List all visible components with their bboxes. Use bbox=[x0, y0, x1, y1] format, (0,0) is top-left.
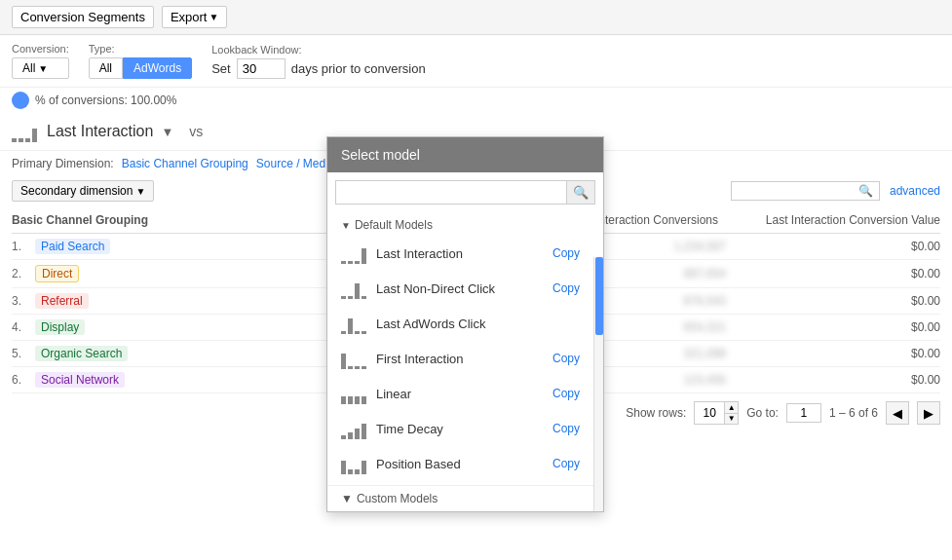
social-network-tag[interactable]: Social Network bbox=[35, 372, 125, 388]
vs-label: vs bbox=[189, 124, 203, 139]
display-tag[interactable]: Display bbox=[35, 319, 85, 335]
rows-stepper-down[interactable]: ▼ bbox=[724, 413, 738, 424]
all-arrow-icon: ▼ bbox=[38, 63, 48, 74]
secondary-dimension-button[interactable]: Secondary dimension ▼ bbox=[12, 180, 154, 202]
model-search-button[interactable]: 🔍 bbox=[566, 181, 594, 204]
copy-position-based-link[interactable]: Copy bbox=[552, 457, 580, 470]
prev-page-button[interactable]: ◀ bbox=[886, 401, 909, 425]
model-item-first-interaction[interactable]: First Interaction Copy bbox=[327, 341, 593, 376]
linear-model-icon bbox=[341, 383, 368, 404]
export-arrow-icon: ▼ bbox=[209, 12, 218, 22]
model-item-last-adwords[interactable]: Last AdWords Click bbox=[327, 306, 593, 341]
default-models-triangle: ▼ bbox=[341, 220, 351, 231]
set-text: Set bbox=[211, 61, 231, 76]
last-interaction-icon bbox=[12, 121, 39, 142]
organic-search-tag[interactable]: Organic Search bbox=[35, 346, 128, 361]
panel-scrollbar-thumb[interactable] bbox=[595, 257, 603, 335]
pie-chart-icon bbox=[12, 92, 29, 109]
first-interaction-model-icon bbox=[341, 348, 368, 369]
panel-title: Select model bbox=[341, 147, 420, 163]
top-bar: Conversion Segments Export ▼ bbox=[0, 0, 952, 35]
go-to-input[interactable] bbox=[786, 403, 821, 423]
table-search-input[interactable] bbox=[738, 184, 855, 198]
copy-last-interaction-link[interactable]: Copy bbox=[552, 246, 580, 260]
default-models-section: ▼ Default Models bbox=[327, 212, 593, 236]
custom-models-section: ▼ Custom Models bbox=[327, 485, 593, 511]
copy-first-interaction-link[interactable]: Copy bbox=[552, 352, 580, 365]
primary-dim-label: Primary Dimension: bbox=[12, 157, 114, 170]
panel-scrollbar[interactable] bbox=[593, 257, 603, 511]
default-models-label: Default Models bbox=[355, 218, 433, 232]
model-item-last-interaction[interactable]: Last Interaction Copy bbox=[327, 236, 593, 271]
go-to-label: Go to: bbox=[746, 406, 779, 420]
basic-channel-grouping-link[interactable]: Basic Channel Grouping bbox=[122, 157, 248, 170]
model-item-position-based[interactable]: Position Based Copy bbox=[327, 446, 593, 481]
col-conv-value-header: Last Interaction Conversion Value bbox=[726, 213, 940, 227]
custom-models-label: Custom Models bbox=[357, 492, 438, 505]
type-adwords-button[interactable]: AdWords bbox=[123, 57, 192, 79]
type-label: Type: bbox=[89, 43, 192, 55]
conversion-control: Conversion: All ▼ bbox=[12, 43, 69, 79]
table-search-icon[interactable]: 🔍 bbox=[858, 184, 873, 198]
conversions-pct-row: % of conversions: 100.00% bbox=[0, 88, 952, 113]
model-item-time-decay[interactable]: Time Decay Copy bbox=[327, 411, 593, 446]
last-interaction-model-icon bbox=[341, 243, 368, 264]
secondary-dim-label: Secondary dimension bbox=[20, 184, 133, 198]
lookback-days-input[interactable] bbox=[237, 58, 286, 79]
referral-tag[interactable]: Referral bbox=[35, 293, 89, 309]
type-button-group: All AdWords bbox=[89, 57, 192, 79]
col-basic-channel-header: Basic Channel Grouping bbox=[12, 213, 226, 227]
panel-search-box: 🔍 bbox=[335, 180, 595, 205]
last-adwords-model-icon bbox=[341, 313, 368, 334]
direct-tag[interactable]: Direct bbox=[35, 265, 79, 282]
copy-linear-link[interactable]: Copy bbox=[552, 387, 580, 400]
export-button[interactable]: Export ▼ bbox=[162, 6, 227, 28]
secondary-dim-arrow-icon: ▼ bbox=[135, 186, 145, 197]
pct-text: % of conversions: 100.00% bbox=[35, 93, 176, 107]
advanced-link[interactable]: advanced bbox=[890, 184, 940, 198]
selected-model-name: Last Interaction bbox=[47, 123, 153, 140]
lookback-control: Lookback Window: Set days prior to conve… bbox=[211, 44, 426, 79]
pagination-range: 1 – 6 of 6 bbox=[829, 406, 878, 420]
panel-header: Select model bbox=[327, 137, 603, 172]
conversion-all-button[interactable]: All ▼ bbox=[12, 57, 69, 79]
type-control: Type: All AdWords bbox=[89, 43, 192, 79]
last-non-direct-model-icon bbox=[341, 278, 368, 299]
model-search-input[interactable] bbox=[336, 182, 566, 204]
lookback-label: Lookback Window: bbox=[211, 44, 426, 56]
custom-models-triangle: ▼ bbox=[341, 492, 353, 505]
position-based-model-icon bbox=[341, 453, 368, 474]
rows-stepper-up[interactable]: ▲ bbox=[724, 402, 738, 413]
copy-time-decay-link[interactable]: Copy bbox=[552, 422, 580, 435]
rows-per-page-input[interactable] bbox=[695, 404, 724, 422]
rows-stepper[interactable]: ▲ ▼ bbox=[724, 402, 738, 424]
table-search-box: 🔍 bbox=[731, 181, 880, 201]
model-item-linear[interactable]: Linear Copy bbox=[327, 376, 593, 411]
conversion-label: Conversion: bbox=[12, 43, 69, 55]
next-page-button[interactable]: ▶ bbox=[917, 401, 940, 425]
model-dropdown-arrow[interactable]: ▼ bbox=[161, 125, 173, 139]
conversion-segments-button[interactable]: Conversion Segments bbox=[12, 6, 154, 28]
copy-last-non-direct-link[interactable]: Copy bbox=[552, 281, 580, 295]
days-text: days prior to conversion bbox=[291, 61, 426, 76]
type-all-button[interactable]: All bbox=[89, 57, 123, 79]
export-label: Export bbox=[171, 10, 208, 24]
paid-search-tag[interactable]: Paid Search bbox=[35, 239, 110, 254]
model-item-last-non-direct[interactable]: Last Non-Direct Click Copy bbox=[327, 271, 593, 306]
time-decay-model-icon bbox=[341, 418, 368, 439]
show-rows-label: Show rows: bbox=[626, 406, 686, 420]
select-model-panel: Select model 🔍 ▼ Default Models Last Int… bbox=[326, 136, 604, 512]
